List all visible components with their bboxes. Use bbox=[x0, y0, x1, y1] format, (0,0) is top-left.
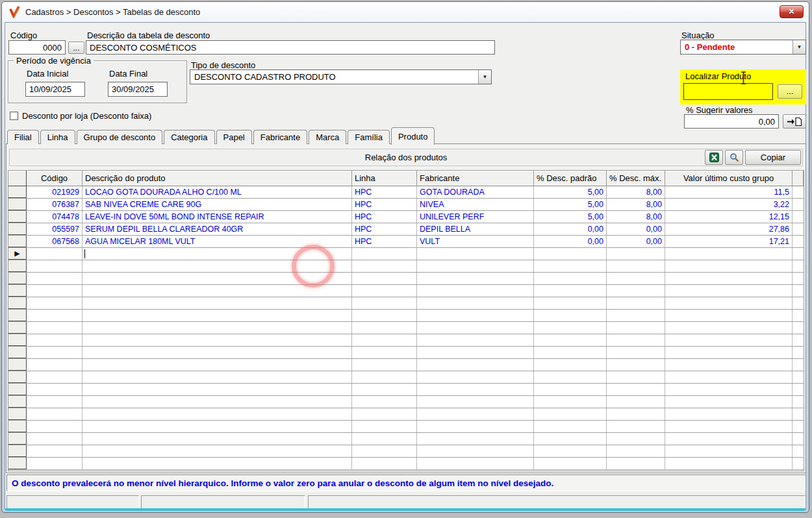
desconto-por-loja-checkbox[interactable]: Desconto por loja (Desconto faixa) bbox=[10, 111, 151, 121]
localizar-produto-field[interactable] bbox=[683, 83, 773, 100]
grid-corner-cell bbox=[8, 171, 27, 186]
sugerir-valores-field[interactable] bbox=[684, 114, 779, 129]
column-header-valor-custo[interactable]: Valor último custo grupo bbox=[665, 171, 793, 186]
tab-produto[interactable]: Produto bbox=[391, 127, 435, 145]
tab-categoria[interactable]: Categoria bbox=[164, 130, 214, 144]
row-selector-cell[interactable]: ▶ bbox=[8, 248, 27, 260]
column-header-linha[interactable]: Linha bbox=[352, 171, 417, 186]
cell-filler bbox=[793, 384, 804, 395]
tab-grupo-de-desconto[interactable]: Grupo de desconto bbox=[77, 130, 163, 144]
cell-linha bbox=[352, 285, 417, 297]
row-selector-cell[interactable] bbox=[8, 396, 27, 408]
row-selector-cell[interactable] bbox=[8, 371, 27, 383]
empty-row[interactable] bbox=[8, 458, 804, 470]
empty-row[interactable] bbox=[8, 445, 804, 458]
empty-row[interactable] bbox=[8, 384, 804, 396]
cell-linha bbox=[352, 248, 417, 260]
empty-row[interactable] bbox=[8, 260, 804, 273]
row-selector-cell[interactable] bbox=[8, 384, 27, 395]
data-final-field[interactable] bbox=[108, 82, 168, 97]
tipo-desconto-value: DESCONTO CADASTRO PRODUTO bbox=[190, 72, 478, 82]
tipo-desconto-combobox[interactable]: DESCONTO CADASTRO PRODUTO ▼ bbox=[190, 69, 492, 84]
cell-fabricante bbox=[417, 322, 534, 334]
column-header-descricao[interactable]: Descrição do produto bbox=[82, 171, 352, 186]
empty-row[interactable] bbox=[8, 421, 804, 433]
row-selector-cell[interactable] bbox=[8, 334, 27, 346]
codigo-field[interactable] bbox=[8, 40, 66, 55]
tab-familia[interactable]: Família bbox=[348, 130, 390, 144]
cell-fabricante bbox=[417, 347, 534, 358]
close-button[interactable]: ✕ bbox=[780, 5, 804, 18]
empty-row[interactable] bbox=[8, 273, 804, 285]
table-row[interactable]: 021929 LOCAO GOTA DOURADA ALHO C/100 ML … bbox=[8, 186, 804, 199]
tab-marca[interactable]: Marca bbox=[309, 130, 346, 144]
current-row[interactable]: ▶ bbox=[8, 248, 804, 260]
row-selector-cell[interactable] bbox=[8, 458, 27, 469]
apply-suggested-values-button[interactable] bbox=[783, 114, 806, 129]
column-header-fabricante[interactable]: Fabricante bbox=[417, 171, 534, 186]
cell-codigo bbox=[27, 347, 82, 358]
tab-papel[interactable]: Papel bbox=[216, 130, 252, 144]
export-excel-button[interactable] bbox=[705, 150, 723, 165]
cell-descricao: LEAVE-IN DOVE 50ML BOND INTENSE REPAIR bbox=[82, 211, 352, 223]
tab-fabricante[interactable]: Fabricante bbox=[253, 130, 307, 144]
empty-row[interactable] bbox=[8, 359, 804, 371]
row-selector-cell[interactable] bbox=[8, 421, 27, 432]
empty-row[interactable] bbox=[8, 347, 804, 359]
chevron-down-icon: ▼ bbox=[483, 74, 488, 80]
row-selector-cell[interactable] bbox=[8, 186, 27, 198]
row-selector-cell[interactable] bbox=[8, 236, 27, 247]
cell-filler bbox=[793, 408, 804, 420]
table-row[interactable]: 074478 LEAVE-IN DOVE 50ML BOND INTENSE R… bbox=[8, 211, 804, 223]
situacao-combobox[interactable]: 0 - Pendente ▼ bbox=[680, 40, 806, 55]
tipo-desconto-dropdown-button[interactable]: ▼ bbox=[478, 70, 491, 84]
cell-desc-padrao: 5,00 bbox=[534, 186, 607, 198]
row-selector-cell[interactable] bbox=[8, 445, 27, 457]
cell-fabricante bbox=[417, 384, 534, 395]
row-selector-cell[interactable] bbox=[8, 223, 27, 235]
empty-row[interactable] bbox=[8, 396, 804, 408]
data-inicial-field[interactable] bbox=[25, 82, 85, 97]
empty-row[interactable] bbox=[8, 322, 804, 334]
situacao-dropdown-button[interactable]: ▼ bbox=[793, 40, 806, 54]
row-selector-cell[interactable] bbox=[8, 433, 27, 445]
column-header-desc-padrao[interactable]: % Desc. padrão bbox=[534, 171, 607, 186]
row-selector-cell[interactable] bbox=[8, 211, 27, 223]
codigo-browse-button[interactable]: ... bbox=[68, 42, 84, 54]
row-selector-cell[interactable] bbox=[8, 199, 27, 210]
row-selector-cell[interactable] bbox=[8, 408, 27, 420]
table-row[interactable]: 055597 SERUM DEPIL BELLA CLAREADOR 40GR … bbox=[8, 223, 804, 236]
row-selector-cell[interactable] bbox=[8, 359, 27, 371]
empty-row[interactable] bbox=[8, 285, 804, 297]
copy-button[interactable]: Copiar bbox=[745, 150, 801, 165]
empty-row[interactable] bbox=[8, 371, 804, 384]
cell-valor-custo bbox=[665, 310, 793, 321]
row-selector-cell[interactable] bbox=[8, 260, 27, 272]
row-selector-cell[interactable] bbox=[8, 310, 27, 321]
tab-filial[interactable]: Filial bbox=[7, 130, 39, 144]
empty-row[interactable] bbox=[8, 297, 804, 310]
empty-row[interactable] bbox=[8, 408, 804, 421]
tab-linha[interactable]: Linha bbox=[40, 130, 75, 144]
cell-filler bbox=[793, 371, 804, 383]
table-row[interactable]: 076387 SAB NIVEA CREME CARE 90G HPC NIVE… bbox=[8, 199, 804, 211]
table-row[interactable]: 067568 AGUA MICELAR 180ML VULT HPC VULT … bbox=[8, 236, 804, 248]
situacao-value: 0 - Pendente bbox=[681, 42, 793, 52]
empty-row[interactable] bbox=[8, 334, 804, 347]
cell-desc-padrao bbox=[534, 421, 607, 432]
row-selector-cell[interactable] bbox=[8, 273, 27, 284]
cell-desc-padrao: 5,00 bbox=[534, 211, 607, 223]
row-selector-cell[interactable] bbox=[8, 297, 27, 309]
row-selector-cell[interactable] bbox=[8, 285, 27, 297]
search-grid-button[interactable] bbox=[725, 150, 743, 165]
row-selector-cell[interactable] bbox=[8, 322, 27, 334]
row-selector-cell[interactable] bbox=[8, 347, 27, 358]
column-header-codigo[interactable]: Código bbox=[27, 171, 82, 186]
empty-row[interactable] bbox=[8, 433, 804, 445]
empty-row[interactable] bbox=[8, 310, 804, 322]
column-header-desc-max[interactable]: % Desc. máx. bbox=[607, 171, 665, 186]
localizar-produto-browse-button[interactable]: ... bbox=[778, 84, 802, 99]
descricao-field[interactable] bbox=[86, 40, 495, 55]
localizar-produto-block: Localizar Produto ... bbox=[680, 69, 806, 105]
cell-filler bbox=[793, 433, 804, 445]
